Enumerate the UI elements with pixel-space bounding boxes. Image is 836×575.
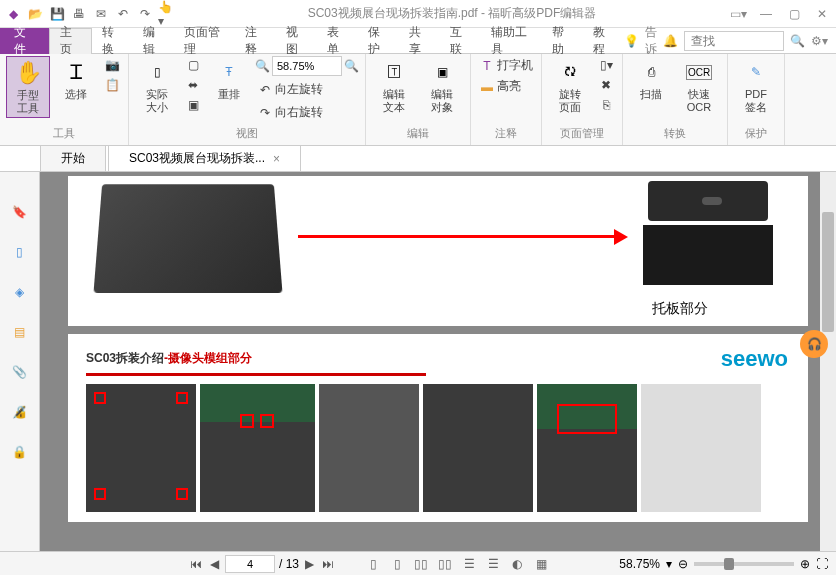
page-icon: ▯ — [154, 65, 161, 79]
highlight-button[interactable]: ▬高亮 — [477, 77, 535, 96]
scan-button[interactable]: ⎙ 扫描 — [629, 56, 673, 103]
view-mode-button[interactable]: ▯▯ — [436, 556, 454, 572]
security-panel-icon[interactable]: 🔒 — [10, 442, 30, 462]
support-button[interactable]: 🎧 — [800, 330, 828, 358]
zoom-in-button[interactable]: ⊕ — [800, 557, 810, 571]
select-icon: Ꮖ — [70, 61, 83, 84]
hand-tool-button[interactable]: ✋ 手型 工具 — [6, 56, 50, 118]
menu-protect[interactable]: 保护 — [358, 28, 399, 54]
tab-document[interactable]: SC03视频展台现场拆装...× — [108, 145, 301, 171]
menu-page[interactable]: 页面管理 — [174, 28, 236, 54]
group-page-label: 页面管理 — [560, 124, 604, 143]
attachments-panel-icon[interactable]: 📎 — [10, 362, 30, 382]
rotate-right-button[interactable]: ↷向右旋转 — [255, 103, 359, 122]
search-icon[interactable]: 🔍 — [790, 34, 805, 48]
view-mode-button[interactable]: ☰ — [484, 556, 502, 572]
zoom-dropdown-icon[interactable]: ▾ — [666, 557, 672, 571]
view-mode-button[interactable]: ▯ — [388, 556, 406, 572]
zoom-slider[interactable] — [694, 562, 794, 566]
undo-icon[interactable]: ↶ — [114, 5, 132, 23]
email-icon[interactable]: ✉ — [92, 5, 110, 23]
delete-page-button[interactable]: ✖ — [596, 76, 616, 94]
menu-home[interactable]: 主页 — [49, 28, 92, 54]
last-page-button[interactable]: ⏭ — [320, 557, 336, 571]
touch-icon[interactable]: 👆▾ — [158, 5, 176, 23]
view-mode-button[interactable]: ▯ — [364, 556, 382, 572]
tell-me[interactable]: 告诉 — [645, 24, 657, 58]
app-icon: ◆ — [4, 5, 22, 23]
save-icon[interactable]: 💾 — [48, 5, 66, 23]
tab-start[interactable]: 开始 — [40, 145, 106, 171]
menu-file[interactable]: 文件 — [0, 28, 49, 54]
menu-share[interactable]: 共享 — [399, 28, 440, 54]
group-annot-label: 注释 — [495, 124, 517, 143]
rotate-right-icon: ↷ — [257, 105, 273, 121]
clipboard-button[interactable]: 📋 — [102, 76, 122, 94]
comments-panel-icon[interactable]: ▤ — [10, 322, 30, 342]
menu-help[interactable]: 帮助 — [542, 28, 583, 54]
edit-text-button[interactable]: 🅃 编辑 文本 — [372, 56, 416, 116]
reflow-button[interactable]: Ŧ 重排 — [207, 56, 251, 103]
tab-close-icon[interactable]: × — [273, 152, 280, 166]
ribbon-toggle-icon[interactable]: ▭▾ — [728, 4, 748, 24]
vertical-scrollbar[interactable] — [820, 172, 836, 551]
prev-page-button[interactable]: ◀ — [208, 557, 221, 571]
print-icon[interactable]: 🖶 — [70, 5, 88, 23]
first-page-button[interactable]: ⏮ — [188, 557, 204, 571]
extract-page-button[interactable]: ⎘ — [596, 96, 616, 114]
image-caption: 托板部分 — [652, 300, 708, 318]
insert-page-button[interactable]: ▯▾ — [596, 56, 616, 74]
layers-panel-icon[interactable]: ◈ — [10, 282, 30, 302]
typewriter-button[interactable]: T打字机 — [477, 56, 535, 75]
fit-width-button[interactable]: ⬌ — [183, 76, 203, 94]
view-mode-button[interactable]: ☰ — [460, 556, 478, 572]
menu-form[interactable]: 表单 — [317, 28, 358, 54]
content-area: 🔖 ▯ ◈ ▤ 📎 🔏 🔒 托板部分 SC03拆装介绍-摄像头模组部分 seew… — [0, 172, 836, 551]
view-mode-button[interactable]: ▦ — [532, 556, 550, 572]
rotate-left-button[interactable]: ↶向左旋转 — [255, 80, 359, 99]
zoom-input[interactable] — [272, 56, 342, 76]
next-page-button[interactable]: ▶ — [303, 557, 316, 571]
fit-page-icon: ▢ — [185, 57, 201, 73]
device-image — [638, 181, 778, 291]
signatures-panel-icon[interactable]: 🔏 — [10, 402, 30, 422]
minimize-icon[interactable]: ― — [756, 4, 776, 24]
actual-size-button[interactable]: ▯ 实际 大小 — [135, 56, 179, 116]
bookmark-panel-icon[interactable]: 🔖 — [10, 202, 30, 222]
search-input[interactable] — [684, 31, 784, 51]
bell-icon[interactable]: 🔔 — [663, 34, 678, 48]
fit-page-button[interactable]: ▢ — [183, 56, 203, 74]
fit-visible-button[interactable]: ▣ — [183, 96, 203, 114]
zoom-out-button[interactable]: ⊖ — [678, 557, 688, 571]
pages-panel-icon[interactable]: ▯ — [10, 242, 30, 262]
menu-annot[interactable]: 注释 — [235, 28, 276, 54]
zoom-out-icon[interactable]: 🔍 — [255, 59, 270, 73]
settings-icon[interactable]: ⚙▾ — [811, 34, 828, 48]
edit-object-button[interactable]: ▣ 编辑 对象 — [420, 56, 464, 116]
ocr-button[interactable]: OCR 快速 OCR — [677, 56, 721, 116]
open-icon[interactable]: 📂 — [26, 5, 44, 23]
bulb-icon[interactable]: 💡 — [624, 34, 639, 48]
sign-button[interactable]: ✎ PDF 签名 — [734, 56, 778, 116]
menu-view[interactable]: 视图 — [276, 28, 317, 54]
hand-icon: ✋ — [15, 60, 42, 86]
maximize-icon[interactable]: ▢ — [784, 4, 804, 24]
group-convert-label: 转换 — [664, 124, 686, 143]
close-icon[interactable]: ✕ — [812, 4, 832, 24]
page-number-input[interactable] — [225, 555, 275, 573]
color-mode-button[interactable]: ◐ — [508, 556, 526, 572]
fullscreen-button[interactable]: ⛶ — [816, 557, 828, 571]
menu-convert[interactable]: 转换 — [92, 28, 133, 54]
rotate-page-button[interactable]: 🗘 旋转 页面 — [548, 56, 592, 116]
view-mode-button[interactable]: ▯▯ — [412, 556, 430, 572]
pdf-viewer[interactable]: 托板部分 SC03拆装介绍-摄像头模组部分 seewo — [40, 172, 836, 551]
snapshot-button[interactable]: 📷 — [102, 56, 122, 74]
menu-edit[interactable]: 编辑 — [133, 28, 174, 54]
redo-icon[interactable]: ↷ — [136, 5, 154, 23]
zoom-in-icon[interactable]: 🔍 — [344, 59, 359, 73]
menu-tutorial[interactable]: 教程 — [583, 28, 624, 54]
menu-connect[interactable]: 互联 — [440, 28, 481, 54]
zoom-level: 58.75% — [619, 557, 660, 571]
select-tool-button[interactable]: Ꮖ 选择 — [54, 56, 98, 103]
menu-a11y[interactable]: 辅助工具 — [481, 28, 543, 54]
